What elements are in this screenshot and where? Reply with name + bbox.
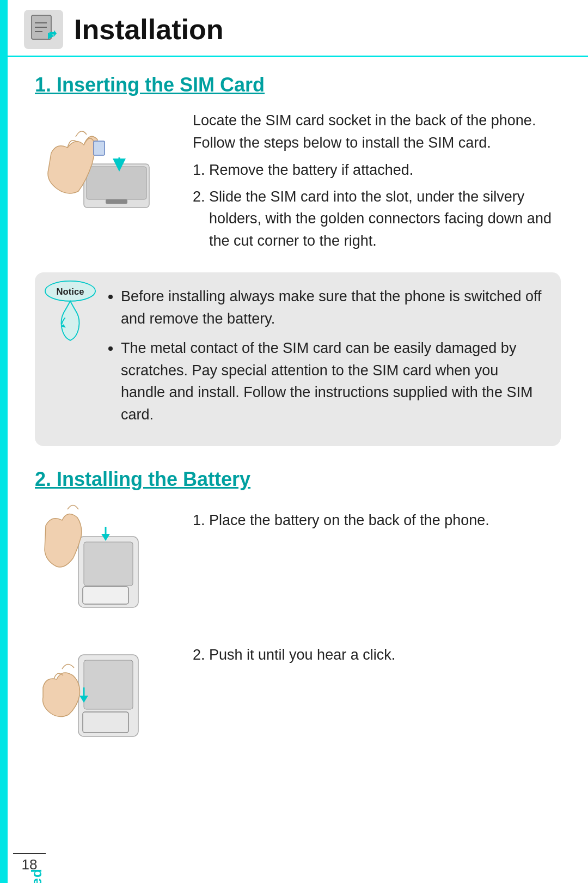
doc-icon <box>27 13 60 46</box>
left-accent-bar <box>0 0 8 883</box>
svg-rect-9 <box>94 141 105 155</box>
notice-bullets: Before installing always make sure that … <box>106 285 544 425</box>
svg-rect-7 <box>87 167 146 199</box>
section1-heading: 1. Inserting the SIM Card <box>35 74 561 96</box>
svg-rect-17 <box>84 660 133 709</box>
svg-rect-8 <box>106 199 127 204</box>
battery-step2-text: Push it until you hear a click. <box>193 638 395 671</box>
notice-bullet-2: The metal contact of the SIM card can be… <box>121 337 544 425</box>
notice-content: Before installing always make sure that … <box>106 285 544 433</box>
svg-text:Notice: Notice <box>57 287 84 297</box>
side-text-wrapper: Getting Started <box>10 425 32 588</box>
sim-step-1: Remove the battery if attached. <box>209 159 561 181</box>
battery-step1-text: Place the battery on the back of the pho… <box>193 504 489 536</box>
battery-step2-list: Push it until you hear a click. <box>193 644 395 666</box>
battery-steps-list: Place the battery on the back of the pho… <box>193 509 489 532</box>
battery-section: 2. Installing the Battery <box>35 468 561 757</box>
battery-step1-row: Place the battery on the back of the pho… <box>35 504 561 622</box>
sim-insert-drawing <box>35 109 176 235</box>
sim-step-2: Slide the SIM card into the slot, under … <box>209 186 561 252</box>
sim-card-section: Locate the SIM card socket in the back o… <box>35 109 561 256</box>
sim-intro-text: Locate the SIM card socket in the back o… <box>193 109 561 154</box>
battery-step2-image <box>35 638 176 757</box>
svg-rect-14 <box>83 587 128 604</box>
battery-step1-image <box>35 504 176 622</box>
page-header: Installation <box>8 0 588 57</box>
header-icon <box>24 10 63 49</box>
svg-rect-18 <box>83 712 128 733</box>
sim-card-text: Locate the SIM card socket in the back o… <box>193 109 561 256</box>
main-content: 1. Inserting the SIM Card <box>8 57 588 789</box>
page-number: 18 <box>13 853 46 873</box>
battery-step2-row: Push it until you hear a click. <box>35 638 561 757</box>
battery-push-drawing <box>35 638 176 753</box>
sim-card-illustration <box>35 109 176 239</box>
notice-badge-wrapper: Notice <box>40 280 106 334</box>
notice-bullet-1: Before installing always make sure that … <box>121 285 544 330</box>
notice-icon: Notice <box>40 280 100 345</box>
section2-heading: 2. Installing the Battery <box>35 468 561 491</box>
battery-step-2: Push it until you hear a click. <box>209 644 395 666</box>
battery-step-1: Place the battery on the back of the pho… <box>209 509 489 532</box>
svg-rect-13 <box>84 542 133 586</box>
notice-box: Notice Before installing always make sur… <box>35 272 561 446</box>
sim-steps-list: Remove the battery if attached. Slide th… <box>193 159 561 252</box>
battery-install-drawing <box>35 504 176 618</box>
page-title: Installation <box>74 13 223 46</box>
